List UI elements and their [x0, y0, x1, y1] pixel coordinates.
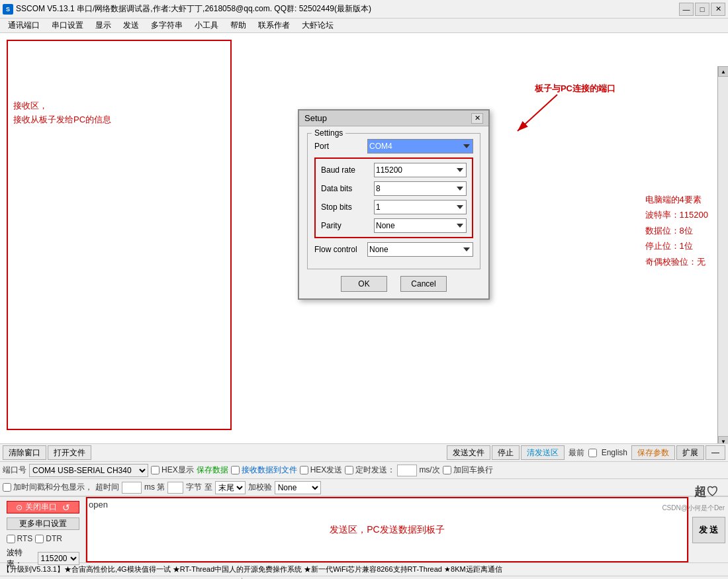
menu-send[interactable]: 发送	[118, 19, 144, 32]
send-file-button[interactable]: 发送文件	[447, 445, 490, 460]
logo-text: 超♡	[694, 484, 718, 500]
save-params-button[interactable]: 保存参数	[631, 445, 675, 460]
menu-contact[interactable]: 联系作者	[253, 19, 295, 32]
byte-start-input[interactable]: 1	[167, 482, 183, 494]
checksum-select[interactable]: None	[275, 481, 321, 494]
clear-window-button[interactable]: 清除窗口	[3, 445, 46, 460]
scroll-down-arrow[interactable]: ▼	[718, 436, 728, 443]
databits-select[interactable]: 8 7 6	[374, 181, 467, 196]
maximize-button[interactable]: □	[695, 3, 709, 16]
title-bar: S SSCOM V5.13.1 串口/网络数据调试器,作者:大虾丁丁,26180…	[0, 0, 728, 19]
send-textarea[interactable]	[86, 497, 688, 562]
dtr-group: DTR	[35, 534, 62, 543]
menu-tools[interactable]: 小工具	[189, 19, 224, 32]
add-crlf-checkbox[interactable]	[443, 466, 451, 474]
add-crlf-label: 加回车换行	[453, 465, 493, 476]
status-bar: daxia.com S:0 R:0 COM4 已打开 115200bps,8,1…	[0, 576, 728, 579]
stopbits-label: Stop bits	[321, 202, 374, 212]
recv-to-file-group: 接收数据到文件	[231, 465, 297, 476]
settings-annotation: 电脑端的4要素 波特率：115200 数据位：8位 停止位：1位 奇偶校验位：无	[645, 192, 708, 269]
hex-display-checkbox[interactable]	[151, 466, 159, 474]
scroll-track	[718, 77, 728, 436]
hex-send-group: HEX发送	[300, 465, 343, 476]
port-combo[interactable]: COM4 USB-SERIAL CH340	[29, 464, 148, 477]
receive-area	[7, 40, 232, 430]
menu-bar: 通讯端口 串口设置 显示 发送 多字符串 小工具 帮助 联系作者 大虾论坛	[0, 19, 728, 33]
save-data-label[interactable]: 保存数据	[197, 465, 228, 476]
flowcontrol-label: Flow control	[314, 245, 367, 254]
send-button[interactable]: 发 送	[692, 517, 725, 543]
logo-area: 超♡	[694, 484, 718, 500]
minus-button[interactable]: —	[705, 445, 725, 460]
close-port-button[interactable]: ⊙ 关闭串口 ↺	[7, 501, 79, 513]
dialog-buttons: OK Cancel	[307, 276, 480, 292]
hex-send-label: HEX发送	[310, 465, 343, 476]
last-label: 最前	[566, 447, 587, 459]
databits-label: Data bits	[321, 184, 374, 193]
close-port-label: 关闭串口	[25, 502, 57, 513]
port-select[interactable]: COM4	[367, 139, 473, 154]
clear-send-area-button[interactable]: 清发送区	[521, 445, 565, 460]
refresh-icon: ↺	[62, 502, 70, 513]
window-controls: — □ ✕	[679, 3, 725, 16]
timestamp-checkbox[interactable]	[3, 483, 11, 492]
stopbits-select[interactable]: 1 2	[374, 200, 467, 214]
menu-help[interactable]: 帮助	[225, 19, 251, 32]
close-button[interactable]: ✕	[711, 3, 725, 16]
baud-select-row: 波特率： 115200 9600 57600	[7, 547, 79, 570]
recv-to-file-checkbox[interactable]	[231, 466, 240, 474]
menu-comms[interactable]: 通讯端口	[3, 19, 45, 32]
app-title: SSCOM V5.13.1 串口/网络数据调试器,作者:大虾丁丁,2618058…	[16, 3, 676, 15]
parity-select[interactable]: None Even Odd	[374, 218, 467, 233]
english-label: English	[599, 448, 630, 457]
ticker-bar: 【升级到V5.13.1】★合宙高性价比,4G模块值得一试 ★RT-Thread中…	[0, 562, 728, 576]
menu-display[interactable]: 显示	[90, 19, 116, 32]
send-text-area: 发送区，PC发送数据到板子 open	[86, 497, 688, 562]
ok-button[interactable]: OK	[341, 276, 387, 292]
checksum-label: 加校验	[248, 482, 272, 493]
baud-rate-row: RTS DTR	[7, 534, 79, 543]
english-checkbox[interactable]	[588, 449, 597, 457]
menu-forum[interactable]: 大虾论坛	[296, 19, 339, 32]
more-settings-button[interactable]: 更多串口设置	[7, 517, 79, 530]
english-checkbox-group: English	[588, 448, 630, 457]
baud-rate-select[interactable]: 115200 9600 57600	[38, 552, 79, 565]
menu-port-settings[interactable]: 串口设置	[46, 19, 89, 32]
baudrate-select[interactable]: 115200 9600 19200 38400 57600	[374, 163, 467, 177]
bottom-toolbar: 清除窗口 打开文件 发送文件 停止 清发送区 最前 English 保存参数 扩…	[0, 443, 728, 462]
timeout-input[interactable]: 20	[122, 482, 142, 494]
expand-button[interactable]: 扩展	[676, 445, 704, 460]
timed-send-checkbox[interactable]	[345, 466, 353, 474]
send-button-area: ⊙ 关闭串口 ↺ 更多串口设置 RTS DTR 波特率： 115200 9600…	[0, 497, 86, 562]
timeout-label: 超时间	[95, 482, 119, 493]
stop-button[interactable]: 停止	[492, 445, 520, 460]
timestamp-label: 加时间戳和分包显示，	[13, 482, 93, 493]
dtr-label: DTR	[46, 534, 62, 543]
control-bar-1: 端口号 COM4 USB-SERIAL CH340 HEX显示 保存数据 接收数…	[0, 462, 728, 479]
rts-checkbox[interactable]	[7, 535, 15, 543]
hex-send-checkbox[interactable]	[300, 466, 308, 474]
open-file-button[interactable]: 打开文件	[48, 445, 91, 460]
baud-label: 波特率：	[7, 547, 36, 570]
dialog-close-button[interactable]: ✕	[471, 113, 483, 124]
hex-display-label: HEX显示	[161, 465, 194, 476]
control-bar-2: 加时间戳和分包显示， 超时间 20 ms 第 1 字节 至 末尾 加校验 Non…	[0, 479, 728, 496]
minimize-button[interactable]: —	[679, 3, 694, 16]
port-number-label: 端口号	[3, 465, 26, 476]
app-icon: S	[3, 4, 13, 15]
flowcontrol-select[interactable]: None XON/XOFF Hardware	[367, 242, 473, 257]
byte-end-select[interactable]: 末尾	[215, 481, 246, 494]
timed-send-interval[interactable]: 10	[397, 465, 417, 476]
menu-multistring[interactable]: 多字符串	[146, 19, 188, 32]
byte-label: 字节 至	[186, 482, 212, 493]
rts-label: RTS	[17, 534, 33, 543]
scroll-up-arrow[interactable]: ▲	[718, 66, 728, 77]
cancel-button[interactable]: Cancel	[400, 276, 447, 292]
dialog-title: Setup	[304, 113, 327, 123]
rts-group: RTS	[7, 534, 33, 543]
port-arrow-svg	[504, 91, 564, 138]
main-scrollbar[interactable]: ▲ ▼	[717, 66, 728, 443]
settings-fieldset: Settings Port COM4 Baud rate 115200 9600	[307, 133, 480, 269]
ms-label: ms 第	[144, 482, 165, 493]
dtr-checkbox[interactable]	[35, 535, 44, 543]
